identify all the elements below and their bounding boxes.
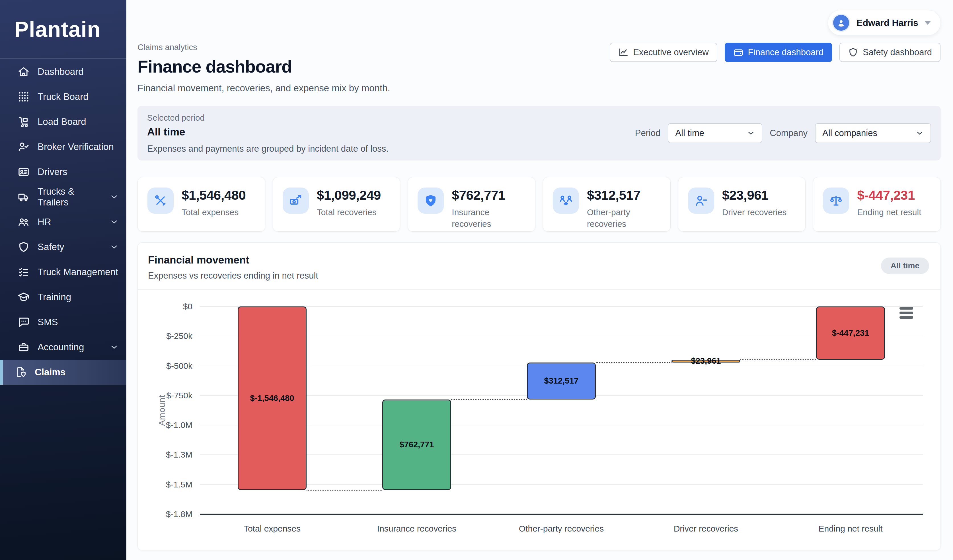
selected-period-label: Selected period — [147, 113, 388, 123]
kpi-label: Insurance recoveries — [452, 206, 528, 230]
sidebar-item-load-board[interactable]: Load Board — [0, 109, 126, 134]
sidebar-item-safety[interactable]: Safety — [0, 234, 126, 259]
page-header: Claims analytics Finance dashboard Finan… — [138, 43, 390, 94]
breadcrumb: Claims analytics — [138, 43, 390, 52]
period-select-label: Period — [635, 128, 661, 138]
sidebar-item-truck-board[interactable]: Truck Board — [0, 84, 126, 109]
kpi-value: $-447,231 — [857, 188, 921, 203]
file-shield-icon — [15, 366, 27, 378]
sidebar-item-label: Trucks & Trailers — [37, 186, 102, 208]
shield-heart-icon — [418, 188, 444, 214]
chart-header: Financial movement Expenses vs recoverie… — [138, 243, 941, 290]
waterfall-bar-4[interactable]: $23,961 — [672, 360, 740, 363]
period-select-value: All time — [675, 128, 704, 138]
waterfall-connector — [596, 362, 672, 363]
button-label: Executive overview — [633, 47, 708, 57]
bar-value-label: $-1,546,480 — [250, 394, 294, 403]
chart-period-badge: All time — [881, 258, 929, 274]
company-select-value: All companies — [823, 128, 877, 138]
sidebar-item-hr[interactable]: HR — [0, 209, 126, 234]
chevron-down-icon — [747, 129, 755, 137]
sidebar-item-label: Claims — [35, 367, 65, 378]
gridline — [200, 455, 923, 455]
sidebar-item-label: Dashboard — [37, 66, 84, 77]
x-axis-category-label: Other-party recoveries — [519, 524, 604, 534]
y-axis-tick-label: $-500k — [166, 361, 192, 371]
user-name: Edward Harris — [857, 18, 918, 28]
money-trend-icon — [282, 188, 309, 214]
sidebar-item-dashboard[interactable]: Dashboard — [0, 59, 126, 84]
shield-icon — [848, 47, 858, 57]
period-select[interactable]: All time — [668, 123, 762, 143]
kpi-value: $1,546,480 — [182, 188, 246, 203]
shield-icon — [18, 241, 29, 253]
sidebar-item-trucks-trailers[interactable]: Trucks & Trailers — [0, 185, 126, 209]
chevron-down-icon — [110, 192, 118, 201]
sidebar-item-sms[interactable]: SMS — [0, 310, 126, 335]
waterfall-connector — [451, 399, 527, 400]
sidebar-item-label: Drivers — [37, 166, 67, 177]
gridline — [200, 484, 923, 485]
chart-title: Financial movement — [148, 254, 929, 266]
period-panel: Selected period All time Expenses and pa… — [138, 106, 941, 160]
waterfall-connector — [307, 490, 383, 490]
bar-value-label: $23,961 — [691, 356, 721, 366]
finance-dashboard-button[interactable]: Finance dashboard — [725, 43, 832, 62]
sidebar-item-label: Truck Management — [37, 267, 118, 278]
button-label: Finance dashboard — [748, 47, 824, 57]
kpi-row: $1,546,480 Total expenses $1,099,249 Tot… — [138, 177, 941, 232]
sidebar-item-label: Truck Board — [37, 92, 88, 102]
sms-icon — [18, 316, 29, 328]
users-icon — [18, 216, 29, 228]
kpi-value: $762,771 — [452, 188, 528, 203]
y-axis-tick-label: $-1.8M — [166, 509, 192, 519]
y-axis-tick-label: $-250k — [166, 331, 192, 341]
briefcase-icon — [18, 341, 29, 353]
gridline — [200, 425, 923, 425]
user-avatar-icon — [833, 15, 849, 31]
sidebar-item-label: SMS — [37, 317, 58, 327]
waterfall-bar-2[interactable]: $762,771 — [382, 400, 451, 490]
main-content: Edward Harris Claims analytics Finance d… — [126, 0, 953, 560]
executive-overview-button[interactable]: Executive overview — [610, 43, 717, 62]
y-axis-tick-label: $-1.5M — [166, 480, 192, 489]
sidebar-item-training[interactable]: Training — [0, 285, 126, 310]
kpi-card-total-expenses: $1,546,480 Total expenses — [138, 177, 265, 232]
truck-icon — [18, 191, 29, 203]
sidebar-item-truck-management[interactable]: Truck Management — [0, 259, 126, 285]
kpi-label: Ending net result — [857, 206, 921, 218]
person-minus-icon — [688, 188, 714, 214]
user-menu[interactable]: Edward Harris — [828, 10, 941, 35]
sidebar-item-claims[interactable]: Claims — [0, 360, 126, 385]
gridline — [200, 306, 923, 307]
company-select-label: Company — [770, 128, 807, 138]
x-axis-category-label: Driver recoveries — [674, 524, 738, 534]
chevron-down-icon — [110, 243, 118, 251]
kpi-value: $312,517 — [587, 188, 664, 203]
tools-icon — [147, 188, 174, 214]
company-select[interactable]: All companies — [815, 123, 931, 143]
chevron-down-icon — [916, 129, 924, 137]
chevron-down-icon — [110, 218, 118, 226]
sidebar-item-accounting[interactable]: Accounting — [0, 335, 126, 360]
sidebar-item-broker-verification[interactable]: Broker Verification — [0, 134, 126, 159]
waterfall-bar-5[interactable]: $-447,231 — [816, 306, 885, 360]
sidebar-item-label: Accounting — [37, 342, 84, 352]
user-check-icon — [18, 141, 29, 153]
kpi-label: Total expenses — [182, 206, 246, 218]
kpi-card-ending-net-result: $-447,231 Ending net result — [813, 177, 941, 232]
app-logo: Plantain — [0, 0, 126, 59]
kpi-label: Driver recoveries — [722, 206, 787, 218]
x-axis-category-label: Ending net result — [818, 524, 882, 534]
sidebar-item-drivers[interactable]: Drivers — [0, 159, 126, 185]
waterfall-bar-3[interactable]: $312,517 — [527, 363, 596, 400]
waterfall-bar-1[interactable]: $-1,546,480 — [237, 306, 306, 490]
period-caption: Expenses and payments are grouped by inc… — [147, 144, 388, 154]
y-axis-title: Amount — [157, 395, 167, 426]
chart-menu-button[interactable] — [899, 307, 913, 321]
kpi-card-other-party-recoveries: $312,517 Other-party recoveries — [543, 177, 671, 232]
y-axis-tick-label: $-1.0M — [166, 420, 192, 430]
x-axis-category-label: Total expenses — [244, 524, 301, 534]
y-axis-tick-label: $-1.3M — [166, 450, 192, 459]
safety-dashboard-button[interactable]: Safety dashboard — [840, 43, 941, 62]
